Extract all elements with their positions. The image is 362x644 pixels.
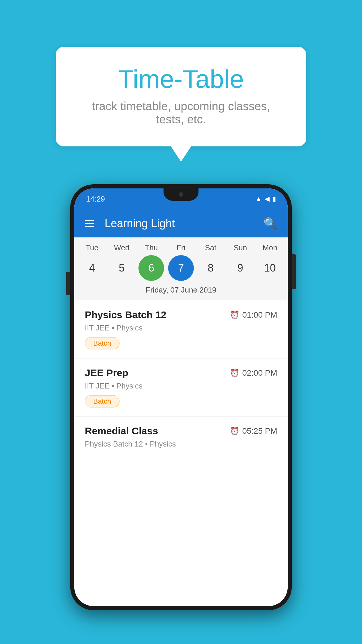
- status-icons: ▲ ◀ ▮: [255, 195, 276, 203]
- day-name-tue: Tue: [79, 243, 105, 252]
- item-header-0: Physics Batch 12⏰ 01:00 PM: [85, 309, 277, 321]
- day-number-5[interactable]: 5: [109, 255, 135, 281]
- day-name-sun: Sun: [227, 243, 253, 252]
- item-subtitle-1: IIT JEE • Physics: [85, 382, 277, 391]
- app-title: Learning Light: [105, 217, 263, 230]
- signal-icon: ◀: [265, 195, 270, 203]
- day-name-fri: Fri: [168, 243, 194, 252]
- item-header-1: JEE Prep⏰ 02:00 PM: [85, 367, 277, 379]
- day-number-4[interactable]: 4: [79, 255, 105, 281]
- phone-mockup: 14:29 ▲ ◀ ▮ Learning Light 🔍: [70, 184, 292, 610]
- day-name-mon: Mon: [257, 243, 283, 252]
- phone-screen: 14:29 ▲ ◀ ▮ Learning Light 🔍: [74, 188, 288, 606]
- schedule-item-1[interactable]: JEE Prep⏰ 02:00 PMIIT JEE • PhysicsBatch: [74, 358, 288, 416]
- bubble-title: Time-Table: [79, 64, 283, 94]
- day-number-6[interactable]: 6: [138, 255, 164, 281]
- search-icon[interactable]: 🔍: [263, 217, 277, 230]
- speech-bubble-container: Time-Table track timetable, upcoming cla…: [0, 47, 362, 146]
- app-bar: Learning Light 🔍: [74, 209, 288, 237]
- day-number-7[interactable]: 7: [168, 255, 194, 281]
- status-time: 14:29: [86, 195, 105, 204]
- day-name-thu: Thu: [138, 243, 164, 252]
- day-name-sat: Sat: [198, 243, 224, 252]
- menu-icon[interactable]: [85, 220, 94, 227]
- speech-bubble: Time-Table track timetable, upcoming cla…: [56, 47, 306, 146]
- batch-badge-1: Batch: [85, 395, 120, 407]
- item-subtitle-0: IIT JEE • Physics: [85, 323, 277, 332]
- day-names-row: TueWedThuFriSatSunMon: [74, 243, 288, 252]
- day-name-wed: Wed: [109, 243, 135, 252]
- item-title-1: JEE Prep: [85, 367, 128, 379]
- item-subtitle-2: Physics Batch 12 • Physics: [85, 440, 277, 449]
- schedule-item-2[interactable]: Remedial Class⏰ 05:25 PMPhysics Batch 12…: [74, 416, 288, 462]
- phone-notch: [164, 188, 198, 201]
- item-time-1: ⏰ 02:00 PM: [230, 368, 277, 378]
- wifi-icon: ▲: [255, 195, 262, 203]
- day-number-9[interactable]: 9: [227, 255, 253, 281]
- selected-date-label: Friday, 07 June 2019: [74, 281, 288, 300]
- calendar-strip: TueWedThuFriSatSunMon 45678910 Friday, 0…: [74, 237, 288, 300]
- day-number-8[interactable]: 8: [198, 255, 224, 281]
- clock-icon: ⏰: [230, 426, 239, 435]
- clock-icon: ⏰: [230, 310, 239, 319]
- item-title-0: Physics Batch 12: [85, 309, 166, 321]
- day-number-10[interactable]: 10: [257, 255, 283, 281]
- schedule-list: Physics Batch 12⏰ 01:00 PMIIT JEE • Phys…: [74, 300, 288, 606]
- bubble-subtitle: track timetable, upcoming classes, tests…: [79, 100, 283, 126]
- item-title-2: Remedial Class: [85, 425, 158, 437]
- schedule-item-0[interactable]: Physics Batch 12⏰ 01:00 PMIIT JEE • Phys…: [74, 300, 288, 358]
- item-time-0: ⏰ 01:00 PM: [230, 310, 277, 320]
- batch-badge-0: Batch: [85, 337, 120, 349]
- phone-frame: 14:29 ▲ ◀ ▮ Learning Light 🔍: [70, 184, 292, 610]
- camera-dot: [179, 192, 183, 197]
- clock-icon: ⏰: [230, 368, 239, 377]
- item-header-2: Remedial Class⏰ 05:25 PM: [85, 425, 277, 437]
- day-numbers-row: 45678910: [74, 255, 288, 281]
- status-bar: 14:29 ▲ ◀ ▮: [74, 188, 288, 209]
- battery-icon: ▮: [273, 195, 276, 203]
- item-time-2: ⏰ 05:25 PM: [230, 426, 277, 436]
